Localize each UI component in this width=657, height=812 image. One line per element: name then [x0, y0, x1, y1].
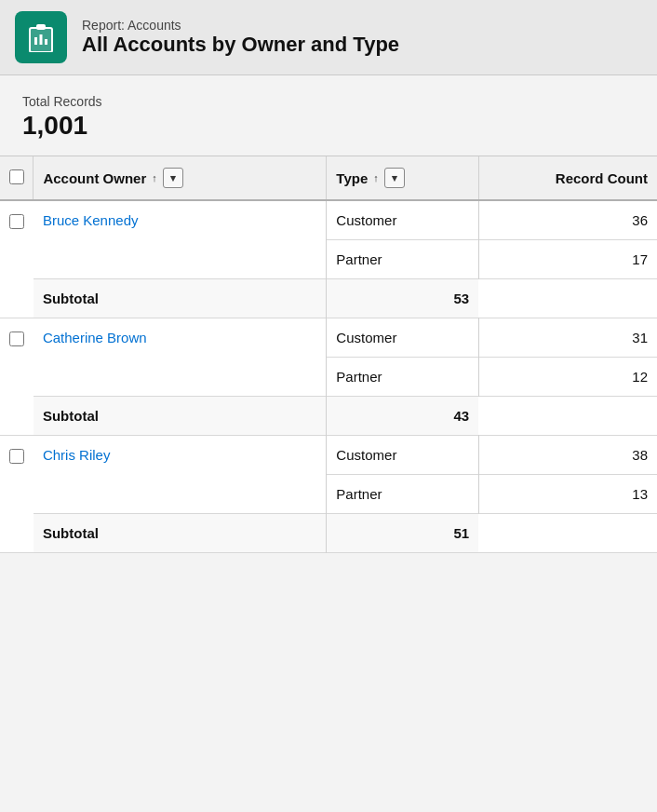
row-checkbox-cell[interactable] [0, 200, 34, 318]
report-svg-icon [26, 22, 56, 52]
svg-rect-2 [36, 24, 46, 30]
svg-rect-3 [34, 37, 37, 45]
subtotal-label-cell: Subtotal [34, 279, 327, 318]
row-checkbox[interactable] [9, 332, 24, 346]
table-header-row: Account Owner ↑ ▾ Type ↑ ▾ Record Count [0, 156, 657, 200]
type-sort-button[interactable]: ▾ [384, 168, 405, 188]
row-checkbox-cell[interactable] [0, 318, 34, 436]
svg-rect-5 [45, 39, 47, 45]
owner-cell[interactable]: Chris Riley [34, 436, 327, 514]
type-cell: Partner [327, 240, 478, 279]
subtotal-label-cell: Subtotal [34, 397, 327, 436]
select-all-checkbox[interactable] [9, 169, 24, 184]
subtotal-row: Subtotal51 [0, 514, 657, 553]
type-cell: Customer [327, 318, 478, 358]
report-icon [15, 11, 67, 63]
owner-cell[interactable]: Catherine Brown [34, 318, 327, 397]
account-owner-header: Account Owner ↑ ▾ [34, 156, 327, 200]
summary-section: Total Records 1,001 [0, 75, 657, 156]
owner-cell[interactable]: Bruce Kennedy [34, 200, 327, 279]
count-cell: 12 [478, 358, 657, 397]
subtotal-count-cell: 43 [327, 397, 478, 436]
report-table-wrapper: Account Owner ↑ ▾ Type ↑ ▾ Record Count [0, 156, 657, 553]
report-subtitle: Report: Accounts [82, 18, 399, 33]
count-cell: 31 [478, 318, 657, 358]
count-cell: 17 [478, 240, 657, 279]
count-cell: 36 [478, 200, 657, 240]
type-sort-asc-icon: ↑ [373, 172, 379, 183]
table-row: Bruce KennedyCustomer36 [0, 200, 657, 240]
total-records-value: 1,001 [22, 111, 635, 141]
account-owner-label: Account Owner [43, 170, 146, 186]
subtotal-label-cell: Subtotal [34, 514, 327, 553]
row-checkbox[interactable] [9, 449, 24, 464]
header-text-block: Report: Accounts All Accounts by Owner a… [82, 18, 399, 57]
page-header: Report: Accounts All Accounts by Owner a… [0, 0, 657, 75]
type-cell: Customer [327, 436, 478, 475]
type-cell: Customer [327, 200, 478, 240]
select-all-header[interactable] [0, 156, 34, 200]
type-header: Type ↑ ▾ [327, 156, 478, 200]
count-cell: 13 [478, 475, 657, 514]
report-title: All Accounts by Owner and Type [82, 33, 399, 57]
type-cell: Partner [327, 475, 478, 514]
row-checkbox-cell[interactable] [0, 436, 34, 553]
subtotal-row: Subtotal43 [0, 397, 657, 436]
row-checkbox[interactable] [9, 214, 24, 229]
record-count-header: Record Count [478, 156, 657, 200]
record-count-label: Record Count [556, 170, 648, 186]
type-cell: Partner [327, 358, 478, 397]
table-row: Chris RileyCustomer38 [0, 436, 657, 475]
subtotal-count-cell: 51 [327, 514, 478, 553]
subtotal-row: Subtotal53 [0, 279, 657, 318]
account-owner-sort-button[interactable]: ▾ [163, 168, 183, 188]
table-row: Catherine BrownCustomer31 [0, 318, 657, 358]
account-owner-sort-asc-icon: ↑ [152, 172, 157, 183]
report-table: Account Owner ↑ ▾ Type ↑ ▾ Record Count [0, 156, 657, 553]
table-body: Bruce KennedyCustomer36Partner17Subtotal… [0, 200, 657, 553]
subtotal-count-cell: 53 [327, 279, 478, 318]
svg-rect-4 [40, 34, 43, 45]
total-records-label: Total Records [22, 94, 635, 109]
type-label: Type [336, 170, 368, 186]
count-cell: 38 [478, 436, 657, 475]
